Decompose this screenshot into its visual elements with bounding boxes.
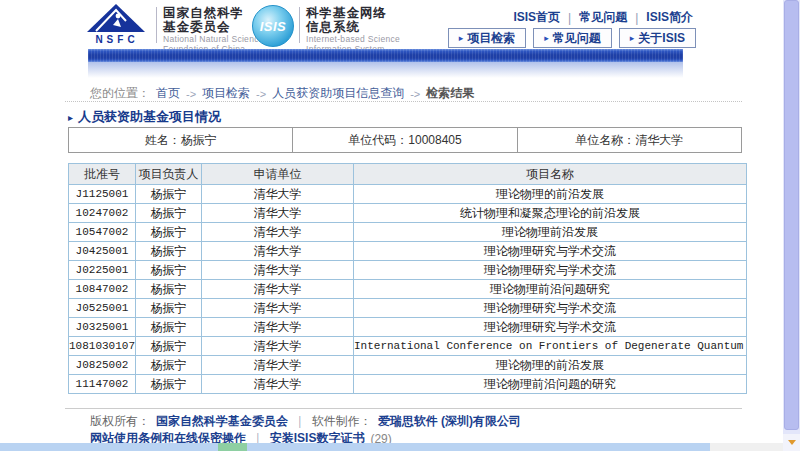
table-cell: 理论物理前沿问题研究 bbox=[354, 280, 747, 299]
vscroll-thumb[interactable] bbox=[784, 0, 799, 430]
table-cell: 10810301070 bbox=[69, 337, 136, 356]
table-cell: 统计物理和凝聚态理论的前沿发展 bbox=[354, 204, 747, 223]
table-cell: J1125001 bbox=[69, 185, 136, 204]
breadcrumb-link-2[interactable]: 人员获资助项目信息查询 bbox=[272, 85, 404, 102]
page: NSFC 国家自然科学 基金委员会 National Natural Scien… bbox=[0, 0, 800, 451]
table-cell: J0225001 bbox=[69, 261, 136, 280]
table-cell: 10847002 bbox=[69, 280, 136, 299]
isis-cn-line2: 信息系统 bbox=[306, 20, 400, 34]
hscroll-thumb-accent[interactable] bbox=[218, 443, 247, 451]
table-row: 10247002杨振宁清华大学统计物理和凝聚态理论的前沿发展 bbox=[69, 204, 747, 223]
separator: | bbox=[568, 11, 571, 25]
table-cell: 杨振宁 bbox=[136, 223, 202, 242]
table-cell: 杨振宁 bbox=[136, 280, 202, 299]
table-row: 10847002杨振宁清华大学理论物理前沿问题研究 bbox=[69, 280, 747, 299]
isis-abbr: ISIS bbox=[260, 19, 287, 34]
table-cell: International Conference on Frontiers of… bbox=[354, 337, 747, 356]
nsfc-en-line1: National Natural Science bbox=[163, 34, 264, 44]
bullet-arrow-icon: ▸ bbox=[68, 112, 73, 123]
top-link-0[interactable]: ISIS首页 bbox=[513, 9, 560, 26]
top-link-1[interactable]: 常见问题 bbox=[579, 9, 627, 26]
table-cell: 清华大学 bbox=[202, 337, 354, 356]
table-cell: J0825002 bbox=[69, 356, 136, 375]
section-title: ▸人员获资助基金项目情况 bbox=[68, 108, 221, 126]
projects-header-row: 批准号项目负责人申请单位项目名称 bbox=[69, 164, 747, 185]
person-info-cell-1: 单位代码：10008405 bbox=[292, 128, 516, 152]
nsfc-title: 国家自然科学 基金委员会 National Natural Science Fo… bbox=[163, 6, 264, 54]
table-cell: 10247002 bbox=[69, 204, 136, 223]
table-cell: 理论物理的前沿发展 bbox=[354, 185, 747, 204]
table-row: 11147002杨振宁清华大学理论物理前沿问题的研究 bbox=[69, 375, 747, 394]
column-header-1: 项目负责人 bbox=[136, 164, 202, 185]
breadcrumb-current: 检索结果 bbox=[426, 85, 474, 102]
isis-en-line1: Internet-based Science bbox=[306, 34, 400, 44]
table-cell: 清华大学 bbox=[202, 375, 354, 394]
table-cell: 清华大学 bbox=[202, 261, 354, 280]
column-header-0: 批准号 bbox=[69, 164, 136, 185]
nsfc-cn-line1: 国家自然科学 bbox=[163, 6, 264, 20]
tab-label: 关于ISIS bbox=[638, 30, 685, 47]
scroll-down-button[interactable] bbox=[783, 434, 800, 451]
table-row: J0325001杨振宁清华大学理论物理研究与学术交流 bbox=[69, 318, 747, 337]
hscroll-thumb[interactable] bbox=[0, 443, 218, 451]
table-cell: 清华大学 bbox=[202, 318, 354, 337]
header-banner-bar bbox=[88, 49, 683, 62]
copyright-owner: 国家自然科学基金委员会 bbox=[156, 413, 288, 430]
isis-logo-icon: ISIS bbox=[252, 5, 294, 47]
copyright-label: 版权所有： bbox=[90, 413, 150, 430]
table-cell: 清华大学 bbox=[202, 223, 354, 242]
table-cell: 清华大学 bbox=[202, 299, 354, 318]
isis-title: 科学基金网络 信息系统 Internet-based Science Infor… bbox=[306, 6, 400, 54]
top-link-2[interactable]: ISIS简介 bbox=[646, 9, 693, 26]
table-cell: 理论物理研究与学术交流 bbox=[354, 261, 747, 280]
table-cell: 清华大学 bbox=[202, 185, 354, 204]
horizontal-scrollbar[interactable] bbox=[0, 443, 783, 451]
table-cell: 杨振宁 bbox=[136, 242, 202, 261]
tab-2[interactable]: ▸关于ISIS bbox=[619, 28, 696, 48]
table-cell: 杨振宁 bbox=[136, 299, 202, 318]
person-info-cell-2: 单位名称：清华大学 bbox=[517, 128, 741, 152]
table-cell: J0525001 bbox=[69, 299, 136, 318]
software-label: 软件制作： bbox=[312, 413, 372, 430]
table-row: J1125001杨振宁清华大学理论物理的前沿发展 bbox=[69, 185, 747, 204]
table-cell: 10547002 bbox=[69, 223, 136, 242]
table-cell: 11147002 bbox=[69, 375, 136, 394]
tab-arrow-icon: ▸ bbox=[630, 33, 635, 43]
table-cell: 杨振宁 bbox=[136, 337, 202, 356]
breadcrumb-separator: -> bbox=[186, 88, 196, 100]
projects-table: 批准号项目负责人申请单位项目名称 J1125001杨振宁清华大学理论物理的前沿发… bbox=[68, 163, 747, 394]
table-cell: 清华大学 bbox=[202, 204, 354, 223]
hscroll-thumb[interactable] bbox=[247, 443, 710, 451]
table-cell: J0325001 bbox=[69, 318, 136, 337]
person-info-cell-0: 姓名：杨振宁 bbox=[69, 128, 292, 152]
nav-tabs: ▸项目检索▸常见问题▸关于ISIS bbox=[448, 28, 696, 48]
breadcrumb: 您的位置：首页->项目检索->人员获资助项目信息查询->检索结果 bbox=[90, 85, 474, 102]
divider bbox=[156, 7, 157, 43]
header-banner-fade bbox=[88, 62, 683, 78]
divider bbox=[65, 408, 742, 409]
tab-1[interactable]: ▸常见问题 bbox=[533, 28, 612, 48]
tab-arrow-icon: ▸ bbox=[459, 33, 464, 43]
person-info-value: 单位名称：清华大学 bbox=[575, 132, 683, 149]
tab-label: 常见问题 bbox=[553, 30, 601, 47]
table-cell: 清华大学 bbox=[202, 280, 354, 299]
table-cell: 杨振宁 bbox=[136, 204, 202, 223]
column-header-2: 申请单位 bbox=[202, 164, 354, 185]
breadcrumb-separator: -> bbox=[410, 88, 420, 100]
breadcrumb-link-0[interactable]: 首页 bbox=[156, 85, 180, 102]
isis-cn-line1: 科学基金网络 bbox=[306, 6, 400, 20]
table-cell: 理论物理的前沿发展 bbox=[354, 356, 747, 375]
table-cell: 清华大学 bbox=[202, 356, 354, 375]
tab-0[interactable]: ▸项目检索 bbox=[448, 28, 527, 48]
separator: ｜ bbox=[294, 413, 306, 430]
table-cell: 杨振宁 bbox=[136, 375, 202, 394]
top-links: ISIS首页|常见问题|ISIS简介 bbox=[513, 9, 693, 26]
chevron-down-icon bbox=[788, 440, 796, 445]
breadcrumb-link-1[interactable]: 项目检索 bbox=[202, 85, 250, 102]
section-title-label: 人员获资助基金项目情况 bbox=[78, 109, 221, 124]
table-cell: 理论物理研究与学术交流 bbox=[354, 299, 747, 318]
table-cell: 理论物理前沿发展 bbox=[354, 223, 747, 242]
table-row: J0525001杨振宁清华大学理论物理研究与学术交流 bbox=[69, 299, 747, 318]
divider bbox=[65, 101, 742, 102]
vertical-scrollbar[interactable] bbox=[783, 0, 800, 451]
